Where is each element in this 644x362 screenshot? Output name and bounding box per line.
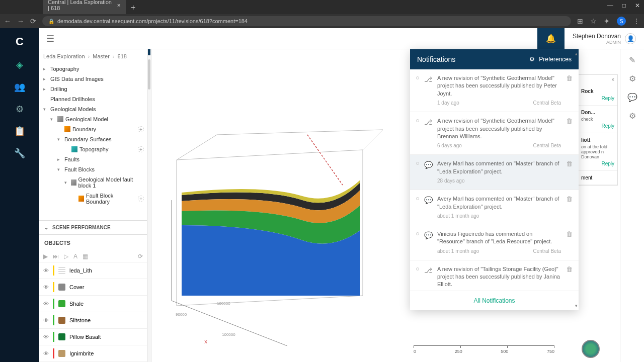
reload-icon[interactable]: ⟳ bbox=[30, 17, 36, 25]
delete-notification-icon[interactable]: 🗑 bbox=[566, 230, 573, 255]
visibility-icon[interactable]: 👁 bbox=[43, 301, 49, 307]
nav-viewer-icon[interactable]: ◈ bbox=[16, 59, 23, 70]
reply-link[interactable]: Reply bbox=[581, 96, 614, 101]
install-icon[interactable]: ⊞ bbox=[577, 17, 583, 25]
tree-item[interactable]: ▸Drilling bbox=[39, 84, 147, 94]
notifications-list[interactable]: ▴ ▾ ⎇ A new revision of "Synthetic Geoth… bbox=[410, 69, 579, 291]
browser-tab[interactable]: Central | Leda Exploration | 618 × bbox=[43, 0, 126, 14]
tree-item[interactable]: ▸GIS Data and Images bbox=[39, 74, 147, 84]
edit-icon[interactable]: ✎ bbox=[629, 55, 635, 65]
scene-performance-toggle[interactable]: ⌄ SCENE PERFORMANCE bbox=[39, 220, 147, 234]
visibility-icon[interactable]: 👁 bbox=[43, 284, 49, 290]
breadcrumb-project[interactable]: Leda Exploration bbox=[43, 53, 85, 59]
visibility-icon[interactable]: 👁 bbox=[43, 350, 49, 356]
visibility-icon[interactable]: 👁 bbox=[43, 334, 49, 340]
gear-icon[interactable]: ⚙ bbox=[629, 111, 636, 121]
sidebar-resize-handle[interactable] bbox=[147, 49, 151, 362]
tree-item[interactable]: ▾Geological Models bbox=[39, 104, 147, 114]
comment-item[interactable]: liott on at the fold approved n Donovan … bbox=[578, 133, 617, 171]
delete-notification-icon[interactable]: 🗑 bbox=[566, 74, 573, 107]
close-comments-icon[interactable]: × bbox=[611, 77, 614, 82]
lock-icon: 🔒 bbox=[48, 19, 54, 24]
new-tab-button[interactable]: + bbox=[126, 1, 140, 14]
branch-icon: ⎇ bbox=[424, 266, 432, 291]
close-tab-icon[interactable]: × bbox=[117, 2, 121, 9]
user-info[interactable]: Stephen Donovan ADMIN 👤 bbox=[565, 33, 644, 45]
object-row[interactable]: 👁 Shale bbox=[39, 296, 147, 312]
swatch-icon bbox=[58, 317, 65, 324]
hamburger-icon[interactable]: ☰ bbox=[39, 33, 61, 44]
unread-dot-icon bbox=[416, 267, 419, 270]
tree-item[interactable]: ▸Topography bbox=[39, 64, 147, 74]
delete-notification-icon[interactable]: 🗑 bbox=[566, 160, 573, 185]
tree-item[interactable]: ▾Boundary Surfaces bbox=[39, 134, 147, 144]
delete-notification-icon[interactable]: 🗑 bbox=[566, 117, 573, 149]
color-stripe bbox=[53, 299, 54, 309]
delete-notification-icon[interactable]: 🗑 bbox=[566, 265, 573, 291]
add-comment[interactable]: ment bbox=[578, 171, 617, 185]
visibility-icon[interactable]: 👁 bbox=[43, 267, 49, 274]
close-window-icon[interactable]: ✕ bbox=[635, 2, 640, 9]
sliders-icon[interactable]: ⚙ bbox=[629, 74, 636, 83]
breadcrumb-branch[interactable]: Master bbox=[93, 53, 110, 59]
object-row[interactable]: 👁 leda_Lith bbox=[39, 262, 147, 279]
nav-users-icon[interactable]: 👥 bbox=[14, 81, 25, 93]
notification-item[interactable]: ⎇ A new revision of "Synthetic Geotherma… bbox=[410, 69, 579, 112]
url-field[interactable]: 🔒 demodata.dev.central.seequent.com/proj… bbox=[42, 16, 571, 26]
add-icon[interactable]: + bbox=[138, 196, 144, 202]
maximize-icon[interactable]: □ bbox=[622, 2, 626, 9]
tree-item[interactable]: Boundary+ bbox=[39, 124, 147, 134]
visibility-icon[interactable]: 👁 bbox=[43, 317, 49, 323]
notification-item[interactable]: 💬 Avery Marl has commented on "Master" b… bbox=[410, 155, 579, 190]
nav-data-icon[interactable]: 📋 bbox=[14, 126, 25, 137]
forward-play-icon[interactable]: ▷ bbox=[64, 253, 68, 260]
notification-item[interactable]: ⎇ A new revision of "Synthetic Geotherma… bbox=[410, 112, 579, 155]
bookmark-icon[interactable]: ☆ bbox=[590, 17, 597, 25]
object-row[interactable]: 👁 Cover bbox=[39, 279, 147, 296]
tree-item[interactable]: Topography+ bbox=[39, 144, 147, 154]
unread-dot-icon bbox=[416, 76, 419, 79]
all-notifications-link[interactable]: All Notifications bbox=[410, 291, 579, 310]
comment-item[interactable]: Don... check Reply bbox=[578, 106, 617, 133]
object-row[interactable]: 👁 Pillow Basalt bbox=[39, 329, 147, 345]
notification-item[interactable]: ⎇ A new revision of "Tailings Storage Fa… bbox=[410, 260, 579, 291]
refresh-icon[interactable]: ⟳ bbox=[138, 253, 143, 260]
object-row[interactable]: 👁 Siltstone bbox=[39, 312, 147, 329]
logo[interactable]: C bbox=[16, 35, 24, 48]
nav-tools-icon[interactable]: 🔧 bbox=[14, 148, 25, 159]
reply-link[interactable]: Reply bbox=[581, 161, 614, 166]
comments-icon[interactable]: 💬 bbox=[627, 93, 637, 102]
reply-link[interactable]: Reply bbox=[581, 123, 614, 129]
comment-item[interactable]: Rock Reply bbox=[578, 84, 617, 106]
tree-item[interactable]: Fault Block Boundary+ bbox=[39, 191, 147, 207]
notifications-bell[interactable]: 🔔 bbox=[537, 28, 565, 49]
grid-icon[interactable]: ▦ bbox=[83, 253, 88, 260]
notification-text: A new revision of "Tailings Storage Faci… bbox=[437, 265, 561, 289]
breadcrumb-revision[interactable]: 618 bbox=[118, 53, 127, 59]
notification-item[interactable]: 💬 Avery Marl has commented on "Master" b… bbox=[410, 190, 579, 225]
nav-settings-icon[interactable]: ⚙ bbox=[16, 104, 24, 115]
delete-notification-icon[interactable]: 🗑 bbox=[566, 195, 573, 220]
tree-item[interactable]: ▾Geological Model bbox=[39, 114, 147, 124]
add-icon[interactable]: + bbox=[138, 126, 144, 132]
menu-icon[interactable]: ⋮ bbox=[633, 17, 640, 25]
add-icon[interactable]: + bbox=[138, 146, 144, 152]
back-icon[interactable]: ← bbox=[4, 17, 11, 25]
svg-text:100000: 100000 bbox=[222, 332, 235, 337]
extensions-icon[interactable]: ✦ bbox=[604, 17, 610, 25]
compass-icon[interactable] bbox=[582, 340, 600, 358]
tree-item[interactable]: ▸Faults bbox=[39, 154, 147, 164]
object-row[interactable]: 👁 Ignimbrite bbox=[39, 345, 147, 362]
forward-icon[interactable]: → bbox=[17, 17, 24, 25]
play-icon[interactable]: ▶ bbox=[43, 253, 48, 260]
tree-item[interactable]: ▾Fault Blocks bbox=[39, 164, 147, 174]
browser-avatar[interactable]: S bbox=[617, 17, 626, 26]
step-icon[interactable]: ⏭ bbox=[53, 253, 59, 260]
tree-item[interactable]: Planned Drillholes bbox=[39, 94, 147, 104]
text-icon[interactable]: A bbox=[73, 253, 77, 260]
main: Leda Exploration › Master › 618 ▸Topogra… bbox=[39, 49, 644, 362]
minimize-icon[interactable]: — bbox=[607, 2, 613, 9]
preferences-link[interactable]: ⚙ Preferences bbox=[529, 56, 572, 63]
notification-item[interactable]: 💬 Vinicius Figueiredo has commented on "… bbox=[410, 225, 579, 260]
tree-item[interactable]: ▾Geological Model fault block 1 bbox=[39, 174, 147, 191]
